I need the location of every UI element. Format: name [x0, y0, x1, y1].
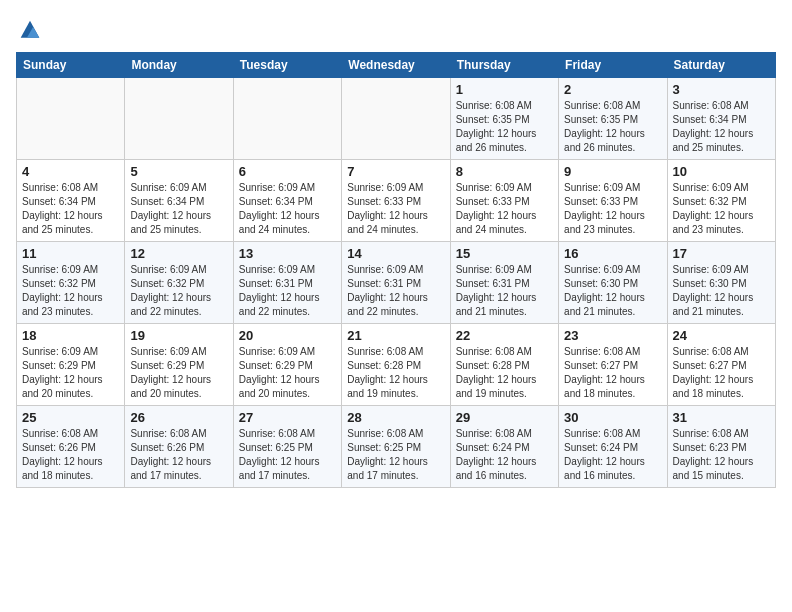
- day-info: Sunrise: 6:09 AM Sunset: 6:30 PM Dayligh…: [673, 263, 770, 319]
- day-number: 10: [673, 164, 770, 179]
- calendar-cell: 7Sunrise: 6:09 AM Sunset: 6:33 PM Daylig…: [342, 160, 450, 242]
- calendar-cell: 20Sunrise: 6:09 AM Sunset: 6:29 PM Dayli…: [233, 324, 341, 406]
- day-number: 8: [456, 164, 553, 179]
- day-info: Sunrise: 6:09 AM Sunset: 6:30 PM Dayligh…: [564, 263, 661, 319]
- calendar-cell: [233, 78, 341, 160]
- day-info: Sunrise: 6:09 AM Sunset: 6:32 PM Dayligh…: [130, 263, 227, 319]
- day-number: 23: [564, 328, 661, 343]
- day-number: 29: [456, 410, 553, 425]
- day-number: 16: [564, 246, 661, 261]
- calendar-cell: 11Sunrise: 6:09 AM Sunset: 6:32 PM Dayli…: [17, 242, 125, 324]
- day-info: Sunrise: 6:09 AM Sunset: 6:31 PM Dayligh…: [347, 263, 444, 319]
- day-of-week-header: Monday: [125, 53, 233, 78]
- calendar-cell: 27Sunrise: 6:08 AM Sunset: 6:25 PM Dayli…: [233, 406, 341, 488]
- day-number: 6: [239, 164, 336, 179]
- day-info: Sunrise: 6:08 AM Sunset: 6:25 PM Dayligh…: [347, 427, 444, 483]
- day-info: Sunrise: 6:09 AM Sunset: 6:31 PM Dayligh…: [239, 263, 336, 319]
- calendar-week-row: 25Sunrise: 6:08 AM Sunset: 6:26 PM Dayli…: [17, 406, 776, 488]
- calendar-cell: 18Sunrise: 6:09 AM Sunset: 6:29 PM Dayli…: [17, 324, 125, 406]
- day-number: 28: [347, 410, 444, 425]
- day-number: 20: [239, 328, 336, 343]
- day-info: Sunrise: 6:09 AM Sunset: 6:29 PM Dayligh…: [22, 345, 119, 401]
- calendar-cell: 25Sunrise: 6:08 AM Sunset: 6:26 PM Dayli…: [17, 406, 125, 488]
- day-number: 27: [239, 410, 336, 425]
- page-header: [16, 16, 776, 44]
- calendar-cell: 22Sunrise: 6:08 AM Sunset: 6:28 PM Dayli…: [450, 324, 558, 406]
- calendar-cell: 10Sunrise: 6:09 AM Sunset: 6:32 PM Dayli…: [667, 160, 775, 242]
- calendar-week-row: 18Sunrise: 6:09 AM Sunset: 6:29 PM Dayli…: [17, 324, 776, 406]
- calendar-cell: 28Sunrise: 6:08 AM Sunset: 6:25 PM Dayli…: [342, 406, 450, 488]
- day-info: Sunrise: 6:09 AM Sunset: 6:32 PM Dayligh…: [673, 181, 770, 237]
- day-info: Sunrise: 6:08 AM Sunset: 6:23 PM Dayligh…: [673, 427, 770, 483]
- calendar-cell: [125, 78, 233, 160]
- calendar-cell: 3Sunrise: 6:08 AM Sunset: 6:34 PM Daylig…: [667, 78, 775, 160]
- day-number: 13: [239, 246, 336, 261]
- calendar-cell: 14Sunrise: 6:09 AM Sunset: 6:31 PM Dayli…: [342, 242, 450, 324]
- calendar-cell: 24Sunrise: 6:08 AM Sunset: 6:27 PM Dayli…: [667, 324, 775, 406]
- day-number: 3: [673, 82, 770, 97]
- day-info: Sunrise: 6:08 AM Sunset: 6:26 PM Dayligh…: [130, 427, 227, 483]
- day-number: 30: [564, 410, 661, 425]
- calendar-body: 1Sunrise: 6:08 AM Sunset: 6:35 PM Daylig…: [17, 78, 776, 488]
- day-info: Sunrise: 6:09 AM Sunset: 6:31 PM Dayligh…: [456, 263, 553, 319]
- calendar-cell: 29Sunrise: 6:08 AM Sunset: 6:24 PM Dayli…: [450, 406, 558, 488]
- calendar-cell: 2Sunrise: 6:08 AM Sunset: 6:35 PM Daylig…: [559, 78, 667, 160]
- calendar-week-row: 11Sunrise: 6:09 AM Sunset: 6:32 PM Dayli…: [17, 242, 776, 324]
- calendar-cell: 1Sunrise: 6:08 AM Sunset: 6:35 PM Daylig…: [450, 78, 558, 160]
- calendar-cell: 26Sunrise: 6:08 AM Sunset: 6:26 PM Dayli…: [125, 406, 233, 488]
- day-info: Sunrise: 6:08 AM Sunset: 6:28 PM Dayligh…: [456, 345, 553, 401]
- day-info: Sunrise: 6:08 AM Sunset: 6:35 PM Dayligh…: [564, 99, 661, 155]
- calendar-cell: 8Sunrise: 6:09 AM Sunset: 6:33 PM Daylig…: [450, 160, 558, 242]
- day-info: Sunrise: 6:09 AM Sunset: 6:34 PM Dayligh…: [130, 181, 227, 237]
- day-info: Sunrise: 6:08 AM Sunset: 6:35 PM Dayligh…: [456, 99, 553, 155]
- calendar-cell: 17Sunrise: 6:09 AM Sunset: 6:30 PM Dayli…: [667, 242, 775, 324]
- day-number: 22: [456, 328, 553, 343]
- day-info: Sunrise: 6:08 AM Sunset: 6:25 PM Dayligh…: [239, 427, 336, 483]
- calendar-cell: 5Sunrise: 6:09 AM Sunset: 6:34 PM Daylig…: [125, 160, 233, 242]
- day-number: 26: [130, 410, 227, 425]
- day-info: Sunrise: 6:09 AM Sunset: 6:29 PM Dayligh…: [239, 345, 336, 401]
- day-number: 5: [130, 164, 227, 179]
- day-of-week-header: Wednesday: [342, 53, 450, 78]
- calendar-week-row: 4Sunrise: 6:08 AM Sunset: 6:34 PM Daylig…: [17, 160, 776, 242]
- day-info: Sunrise: 6:09 AM Sunset: 6:33 PM Dayligh…: [347, 181, 444, 237]
- day-number: 1: [456, 82, 553, 97]
- day-info: Sunrise: 6:08 AM Sunset: 6:24 PM Dayligh…: [456, 427, 553, 483]
- calendar-cell: 19Sunrise: 6:09 AM Sunset: 6:29 PM Dayli…: [125, 324, 233, 406]
- day-number: 4: [22, 164, 119, 179]
- calendar-cell: 15Sunrise: 6:09 AM Sunset: 6:31 PM Dayli…: [450, 242, 558, 324]
- header-row: SundayMondayTuesdayWednesdayThursdayFrid…: [17, 53, 776, 78]
- calendar-cell: 13Sunrise: 6:09 AM Sunset: 6:31 PM Dayli…: [233, 242, 341, 324]
- day-number: 25: [22, 410, 119, 425]
- day-number: 11: [22, 246, 119, 261]
- day-info: Sunrise: 6:08 AM Sunset: 6:27 PM Dayligh…: [564, 345, 661, 401]
- day-of-week-header: Tuesday: [233, 53, 341, 78]
- day-number: 17: [673, 246, 770, 261]
- day-info: Sunrise: 6:09 AM Sunset: 6:32 PM Dayligh…: [22, 263, 119, 319]
- day-number: 12: [130, 246, 227, 261]
- day-info: Sunrise: 6:09 AM Sunset: 6:29 PM Dayligh…: [130, 345, 227, 401]
- day-info: Sunrise: 6:08 AM Sunset: 6:27 PM Dayligh…: [673, 345, 770, 401]
- calendar-cell: 12Sunrise: 6:09 AM Sunset: 6:32 PM Dayli…: [125, 242, 233, 324]
- day-of-week-header: Thursday: [450, 53, 558, 78]
- day-info: Sunrise: 6:09 AM Sunset: 6:33 PM Dayligh…: [456, 181, 553, 237]
- calendar-cell: 21Sunrise: 6:08 AM Sunset: 6:28 PM Dayli…: [342, 324, 450, 406]
- calendar-cell: [17, 78, 125, 160]
- day-number: 24: [673, 328, 770, 343]
- day-number: 9: [564, 164, 661, 179]
- day-number: 15: [456, 246, 553, 261]
- calendar-header: SundayMondayTuesdayWednesdayThursdayFrid…: [17, 53, 776, 78]
- day-info: Sunrise: 6:08 AM Sunset: 6:34 PM Dayligh…: [673, 99, 770, 155]
- day-of-week-header: Friday: [559, 53, 667, 78]
- day-of-week-header: Saturday: [667, 53, 775, 78]
- day-number: 18: [22, 328, 119, 343]
- day-info: Sunrise: 6:08 AM Sunset: 6:24 PM Dayligh…: [564, 427, 661, 483]
- day-number: 19: [130, 328, 227, 343]
- calendar-cell: 23Sunrise: 6:08 AM Sunset: 6:27 PM Dayli…: [559, 324, 667, 406]
- calendar-cell: 9Sunrise: 6:09 AM Sunset: 6:33 PM Daylig…: [559, 160, 667, 242]
- day-number: 31: [673, 410, 770, 425]
- calendar-cell: 31Sunrise: 6:08 AM Sunset: 6:23 PM Dayli…: [667, 406, 775, 488]
- logo: [16, 16, 48, 44]
- day-info: Sunrise: 6:08 AM Sunset: 6:34 PM Dayligh…: [22, 181, 119, 237]
- day-info: Sunrise: 6:09 AM Sunset: 6:33 PM Dayligh…: [564, 181, 661, 237]
